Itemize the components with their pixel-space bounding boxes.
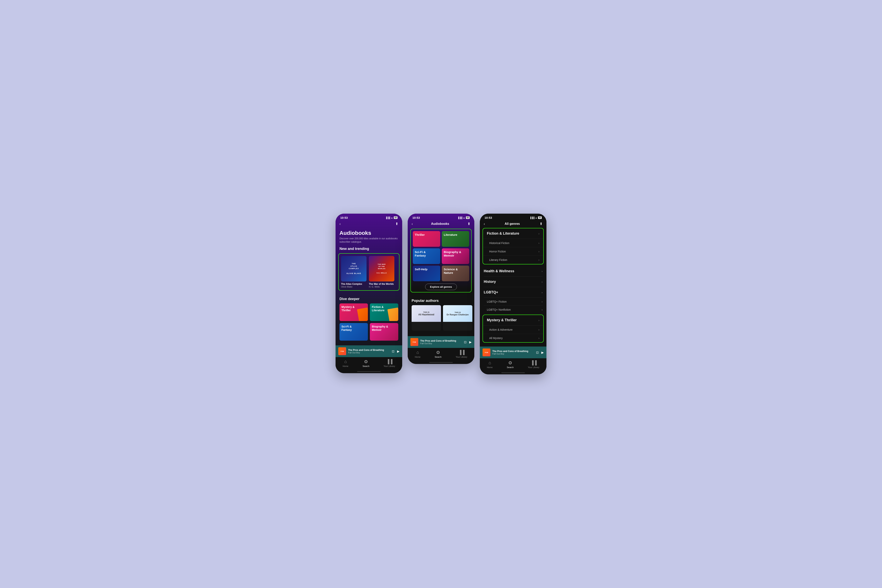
horror-fiction-label: Horror Fiction — [489, 250, 506, 253]
tile-science[interactable]: Science &Nature — [442, 266, 469, 281]
lgbtq-label: LGBTQ+ — [484, 290, 498, 294]
nav-search-2[interactable]: ⊙ Search — [435, 350, 442, 358]
nav-home-3[interactable]: ⌂ Home — [487, 360, 492, 369]
book-title-atlas: The Atlas Complex — [341, 283, 366, 286]
back-button-1[interactable]: ‹ — [339, 222, 340, 226]
nav-library-2[interactable]: ▐▐ Your Library — [456, 350, 467, 358]
tile-bio[interactable]: Biography &Memoir — [442, 248, 469, 264]
genres-list: Fiction & Literature › Historical Fictio… — [480, 228, 546, 343]
nav-search-1[interactable]: ⊙ Search — [363, 359, 369, 367]
nav-title-3: All genres — [505, 222, 520, 226]
share-button-2[interactable]: ⬆ — [468, 222, 470, 226]
genre-historical-fiction[interactable]: Historical Fiction › — [483, 239, 543, 248]
genre-horror-fiction[interactable]: Horror Fiction › — [483, 248, 543, 256]
book-title-warworlds: The War of the Worlds — [369, 283, 394, 286]
history-chevron: › — [542, 280, 543, 284]
tile-literature[interactable]: Literature — [442, 231, 469, 247]
share-button-1[interactable]: ⬆ — [395, 222, 398, 226]
explore-all-genres-btn[interactable]: Explore all genres — [425, 284, 457, 290]
library-label-2: Your Library — [456, 356, 467, 358]
player-controls-1: ⊡ ▶ — [392, 350, 399, 353]
fiction-literature-label: Fiction & Literature — [487, 231, 519, 236]
tile-scifi[interactable]: Sci-Fi &Fantasy — [413, 248, 440, 264]
back-button-2[interactable]: ‹ — [412, 222, 413, 226]
genre-action-adventure[interactable]: Action & Adventure › — [483, 326, 543, 334]
book-author-warworlds: H. G. Wells — [369, 286, 394, 288]
genre-lgbtq[interactable]: LGBTQ+ › — [484, 287, 543, 298]
dive-grid: Mystery &Thriller Fiction &Literature Sc… — [336, 303, 402, 340]
nav-home-1[interactable]: ⌂ Home — [343, 359, 348, 367]
action-adventure-chevron: › — [538, 328, 539, 331]
status-icons-2: ▐▐▐ ▲ 83 — [458, 216, 470, 219]
tile-thriller[interactable]: Thriller — [413, 231, 440, 247]
player-info-3: The Pros and Cons of Breathing Fall Out … — [492, 350, 534, 355]
share-button-3[interactable]: ⬆ — [540, 222, 543, 226]
warworlds-cover-text: THE WAROF THEWORLDSH.G. WELLS — [376, 263, 387, 274]
player-title-2: The Pros and Cons of Breathing — [420, 339, 462, 342]
genre-card-scifi[interactable]: Sci-Fi &Fantasy — [339, 323, 368, 340]
library-label-3: Your Library — [528, 366, 539, 369]
tile-selfhelp[interactable]: Self-Help — [413, 266, 440, 281]
genre-history[interactable]: History › — [484, 276, 543, 287]
bottom-player-3: FOB The Pros and Cons of Breathing Fall … — [480, 346, 546, 358]
page-title-1: Audiobooks — [336, 228, 402, 237]
signal-icon-3: ▐▐▐ — [530, 217, 534, 219]
player-connect-2[interactable]: ⊡ — [464, 340, 466, 344]
dive-deeper-section: Dive deeper Mystery &Thriller Fiction &L… — [336, 294, 402, 340]
signal-icon-2: ▐▐▐ — [458, 217, 462, 219]
genre-card-fiction[interactable]: Fiction &Literature — [370, 303, 398, 321]
nav-search-3[interactable]: ⊙ Search — [507, 360, 514, 369]
book-item-atlas[interactable]: THEATLASCOMPLEXOLIVIE BLAKE The Atlas Co… — [341, 256, 366, 288]
genre-mystery-thriller[interactable]: Mystery & Thriller › — [483, 315, 543, 326]
phone-3: 10:53 ▐▐▐ ▲ 83 ‹ All genres ⬆ Fiction & … — [480, 214, 546, 374]
author-card-ali[interactable]: THIS ISAli Hazelwood — [412, 305, 441, 331]
author-rangan-text: THIS ISDr Rangan Chatterjee — [447, 312, 469, 316]
player-play-1[interactable]: ▶ — [397, 350, 399, 353]
status-time-2: 10:53 — [412, 216, 420, 219]
genre-all-mystery[interactable]: All Mystery › — [483, 334, 543, 342]
back-button-3[interactable]: ‹ — [484, 222, 485, 226]
book-item-warworlds[interactable]: THE WAROF THEWORLDSH.G. WELLS The War of… — [369, 256, 394, 288]
nav-library-3[interactable]: ▐▐ Your Library — [528, 360, 539, 369]
genre-card-mystery[interactable]: Mystery &Thriller — [339, 303, 368, 321]
genre-fiction-literature[interactable]: Fiction & Literature › — [483, 228, 543, 239]
book-author-atlas: Olivie Blake — [341, 286, 366, 288]
library-icon-1: ▐▐ — [386, 359, 392, 364]
phone2-screen: 10:53 ▐▐▐ ▲ 83 ‹ Audiobooks ⬆ Thriller — [408, 214, 474, 364]
home-label-2: Home — [415, 356, 420, 358]
lgbtq-nonfiction-label: LGBTQ+ Nonfiction — [487, 308, 511, 311]
player-connect-1[interactable]: ⊡ — [392, 350, 394, 353]
genre-health-wellness[interactable]: Health & Wellness › — [484, 266, 543, 276]
new-trending-box: THEATLASCOMPLEXOLIVIE BLAKE The Atlas Co… — [338, 253, 399, 291]
genre-scifi-label: Sci-Fi &Fantasy — [341, 325, 352, 332]
nav-title-2: Audiobooks — [431, 222, 449, 226]
home-icon-3: ⌂ — [488, 360, 491, 365]
genre-lgbtq-nonfiction[interactable]: LGBTQ+ Nonfiction › — [484, 306, 543, 314]
genre-mystery-cover-deco — [357, 308, 368, 321]
genre-lgbtq-fiction[interactable]: LGBTQ+ Fiction › — [484, 298, 543, 306]
genres-grid: Thriller Literature Sci-Fi &Fantasy Biog… — [413, 231, 469, 281]
section-new-trending: New and trending — [336, 247, 402, 253]
library-icon-3: ▐▐ — [531, 360, 537, 365]
search-label-3: Search — [507, 366, 514, 369]
battery-2: 83 — [466, 216, 470, 219]
search-label-1: Search — [363, 365, 369, 367]
genre-card-bio[interactable]: Biography &Memoir — [370, 323, 398, 340]
tile-thriller-label: Thriller — [415, 233, 425, 237]
home-label-1: Home — [343, 365, 348, 367]
phone-1: 10:53 ▐▐▐ ▲ 83 ‹ ⬆ Audiobooks Discover o… — [336, 214, 402, 373]
nav-home-2[interactable]: ⌂ Home — [415, 350, 420, 358]
player-connect-3[interactable]: ⊡ — [536, 351, 538, 354]
author-card-rangan[interactable]: THIS ISDr Rangan Chatterjee — [443, 305, 472, 331]
author-ali-text: THIS ISAli Hazelwood — [418, 311, 434, 316]
player-play-3[interactable]: ▶ — [542, 351, 544, 354]
page-subtitle-1: Discover over 200,000 titles available i… — [336, 237, 402, 247]
nav-library-1[interactable]: ▐▐ Your Library — [384, 359, 395, 367]
genre-literary-fiction[interactable]: Literary Fiction › — [483, 256, 543, 264]
player-artist-2: Fall Out Boy — [420, 342, 462, 345]
bottom-player-1: FOB The Pros and Cons of Breathing Fall … — [336, 345, 402, 357]
tile-literature-label: Literature — [444, 233, 457, 237]
tile-selfhelp-label: Self-Help — [415, 267, 428, 271]
nav-bar-3: ‹ All genres ⬆ — [480, 220, 546, 228]
player-play-2[interactable]: ▶ — [469, 340, 472, 344]
